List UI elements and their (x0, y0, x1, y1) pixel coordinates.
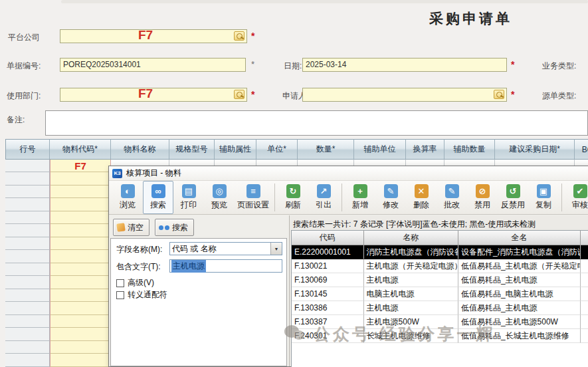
search-button[interactable]: 搜索 (155, 219, 194, 236)
result-name: 主机电源（开关稳定电源） (364, 259, 458, 273)
grid-header-cell[interactable]: 建议采购日期* (495, 139, 575, 160)
result-fullname: 设备配件_消防主机电源盘（消防设备 (458, 245, 581, 259)
remark-textarea[interactable] (45, 110, 588, 136)
contains-text-value: 主机电源 (171, 260, 206, 273)
f7-lookup-icon[interactable] (494, 90, 504, 99)
grid-header-cell[interactable]: 辅助属性 (215, 139, 256, 160)
refresh-button[interactable]: ↻ 刷新 (278, 181, 308, 214)
result-fullname: 低值易耗品_电脑主机电源 (458, 287, 581, 301)
modify-icon: ✎ (384, 184, 398, 198)
result-code: F.130386 (292, 301, 364, 315)
result-name: 长城主机电源维修 (364, 329, 458, 343)
batch-edit-icon: ✎ (445, 184, 459, 198)
required-asterisk: * (251, 89, 254, 100)
主机电源-button[interactable]: F.130386 主机电源 低值易耗品_主机电源 (292, 301, 588, 315)
chevron-down-icon[interactable]: ▼ (270, 243, 282, 255)
field-name-label: 字段名称(M): (116, 244, 162, 255)
binoculars-icon (159, 225, 163, 230)
page-title: 采购申请单 (429, 9, 512, 28)
doc-no-field[interactable]: POREQ20250314001 (60, 58, 246, 72)
export-icon: ↗ (317, 184, 331, 198)
applicant-field[interactable] (302, 88, 507, 102)
platform-company-field[interactable]: F7 (60, 29, 247, 43)
grid-header-cell[interactable]: 单位* (256, 139, 298, 160)
delete-button[interactable]: ✕ 删除 (406, 181, 437, 214)
export-button[interactable]: ↗ 引出 (308, 181, 339, 214)
platform-company-label: 平台公司 (8, 32, 40, 43)
search-button[interactable]: ∞ 搜索 (143, 181, 173, 214)
dialog-titlebar[interactable]: K3 核算项目 - 物料 (109, 166, 588, 181)
audit-button[interactable]: ✔ 审核 (565, 181, 588, 214)
results-rows: E.22200001001 消防主机电源盘（消防设备 设备配件_消防主机电源盘（… (292, 245, 588, 343)
主机电源-button[interactable]: F.130069 主机电源 低值易耗品_主机电源 (292, 273, 588, 287)
grid-header-cell[interactable]: 行号 (5, 139, 50, 160)
results-header-cell[interactable]: 名称 (364, 231, 458, 245)
result-fullname: 低值易耗品_主机电源 (458, 273, 581, 287)
toolbar-separator (342, 184, 342, 211)
results-header-cell[interactable]: 全名 (458, 231, 581, 245)
doc-no-value: POREQ20250314001 (60, 59, 245, 71)
f7-lookup-icon[interactable] (234, 31, 245, 41)
toolbar-separator (274, 184, 275, 211)
browse-icon: ◐ (121, 184, 135, 198)
preview-icon: ◎ (213, 184, 227, 198)
result-name: 主机电源 (364, 301, 458, 315)
advanced-checkbox-row[interactable]: 高级(V) (116, 277, 154, 289)
主机电源（开关稳定电源）-button[interactable]: F.130021 主机电源（开关稳定电源） 低值易耗品_主机电源（开关稳定电源 (292, 259, 588, 273)
dept-field[interactable]: F7 (60, 88, 247, 102)
grid-header-cell[interactable]: 物料代码* (50, 139, 111, 160)
result-code: F.130021 (292, 259, 364, 273)
page-setup-button[interactable]: ≡ 页面设置 (235, 181, 272, 214)
result-name: 主机电源 (364, 273, 458, 287)
platform-company-value: F7 (60, 29, 231, 41)
required-asterisk: * (511, 59, 514, 70)
grid-column[interactable] (5, 160, 50, 367)
browse-button[interactable]: ◐ 浏览 (112, 181, 143, 214)
field-name-dropdown[interactable]: 代码 或 名称 ▼ (169, 242, 282, 255)
grid-header-cell[interactable]: 辅助单位 (354, 139, 406, 160)
k3-logo-icon: K3 (112, 169, 122, 178)
escape-wildcard-checkbox-row[interactable]: 转义通配符 (116, 289, 167, 301)
date-field[interactable]: 2025-03-14 (302, 58, 507, 72)
search-criteria-panel: 字段名称(M): 代码 或 名称 ▼ 包含文字(T): 主机电源 高级(V) 转… (110, 238, 287, 366)
results-header-cell[interactable]: 代码 (292, 231, 364, 245)
grid-header-cell[interactable]: BO (575, 139, 588, 160)
copy-button[interactable]: ▣ 复制 (528, 181, 559, 214)
add-icon: + (353, 184, 367, 198)
print-button[interactable]: ▤ 打印 (173, 181, 204, 214)
clear-button[interactable]: 清空 (113, 219, 149, 236)
长城主机电源维修-button[interactable]: F.240301 长城主机电源维修 低值易耗品_长城主机电源维修 (292, 329, 588, 343)
delete-icon: ✕ (415, 184, 429, 198)
contains-text-label: 包含文字(T): (116, 261, 161, 273)
enable-button[interactable]: ↺ 反禁用 (498, 181, 528, 214)
results-header-cell[interactable] (581, 231, 588, 245)
disable-button[interactable]: ⊘ 禁用 (467, 181, 498, 214)
result-extra (581, 273, 588, 287)
remark-label: 备注: (7, 114, 25, 126)
modify-button[interactable]: ✎ 修改 (375, 181, 406, 214)
contains-text-input[interactable]: 主机电源 (169, 259, 282, 273)
disable-icon: ⊘ (476, 184, 490, 198)
asterisk: * (251, 59, 254, 69)
advanced-checkbox[interactable] (116, 279, 124, 287)
grid-header-cell[interactable]: 规格型号 (169, 139, 215, 160)
preview-button[interactable]: ◎ 预览 (204, 181, 235, 214)
grid-header-cell[interactable]: 辅助数量 (444, 139, 495, 160)
result-name: 电脑主机电源 (364, 287, 458, 301)
dialog-toolbar: ◐ 浏览 ∞ 搜索 ▤ 打印 ◎ 预览 (109, 181, 588, 215)
grid-header-cell[interactable]: 数量* (298, 139, 354, 160)
broom-icon (116, 223, 126, 232)
电脑主机电源-button[interactable]: F.130145 电脑主机电源 低值易耗品_电脑主机电源 (292, 287, 588, 301)
grid-cell-material-code[interactable]: F7 (50, 160, 110, 172)
search-panel-buttonbar: 清空 搜索 (110, 217, 287, 237)
主机电源500W-button[interactable]: F.130387 主机电源500W 低值易耗品_主机电源500W (292, 315, 588, 329)
results-header-row: 代码名称全名 (292, 231, 588, 245)
grid-header-cell[interactable]: 换算率 (406, 139, 444, 160)
f7-lookup-icon[interactable] (234, 90, 245, 99)
batch-edit-button[interactable]: ✎ 批改 (437, 181, 467, 214)
grid-header-cell[interactable]: 物料名称 (111, 139, 169, 160)
grid-column[interactable] (50, 160, 111, 367)
escape-wildcard-checkbox[interactable] (116, 291, 124, 299)
消防主机电源盘（消防设备-button[interactable]: E.22200001001 消防主机电源盘（消防设备 设备配件_消防主机电源盘（… (292, 245, 588, 259)
add-button[interactable]: + 新增 (345, 181, 375, 214)
